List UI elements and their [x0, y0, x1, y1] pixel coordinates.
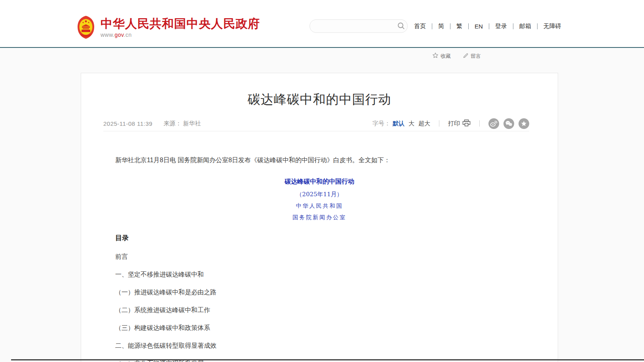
site-url: www.gov.cn	[101, 32, 260, 38]
search-input[interactable]	[316, 20, 395, 32]
font-size-xlarge-button[interactable]: 超大	[418, 120, 430, 127]
doc-title: 碳达峰碳中和的中国行动	[115, 177, 524, 186]
pencil-icon	[463, 53, 469, 60]
article-meta-right: 字号： 默认 大 超大 打印	[372, 118, 529, 129]
article-panel: 碳达峰碳中和的中国行动 2025-11-08 11:39 来源： 新华社 字号：…	[81, 73, 558, 362]
article-body: 新华社北京11月8日电 国务院新闻办公室8日发布《碳达峰碳中和的中国行动》白皮书…	[115, 131, 524, 362]
site-logo[interactable]: 中华人民共和国中央人民政府 www.gov.cn	[76, 15, 260, 40]
article-title: 碳达峰碳中和的中国行动	[89, 91, 550, 108]
toc-item: （三）构建碳达峰碳中和政策体系	[115, 324, 524, 332]
toc-list: 前言一、坚定不移推进碳达峰碳中和（一）推进碳达峰碳中和是必由之路（二）系统推进碳…	[115, 253, 524, 362]
toc-item: （一）推进碳达峰碳中和是必由之路	[115, 289, 524, 296]
wechat-icon[interactable]	[503, 118, 514, 129]
search-button[interactable]	[395, 21, 407, 32]
nav-link[interactable]: 繁	[444, 23, 462, 30]
quick-actions: 收藏 留言	[432, 52, 481, 60]
divider	[439, 120, 439, 127]
national-emblem-icon	[76, 15, 96, 40]
source-name: 新华社	[183, 120, 201, 127]
message-link[interactable]: 留言	[463, 53, 481, 60]
toc-item: 一、坚定不移推进碳达峰碳中和	[115, 271, 524, 278]
publish-date: 2025-11-08 11:39	[103, 120, 152, 127]
toc-heading: 目录	[115, 234, 524, 243]
article-meta-row: 2025-11-08 11:39 来源： 新华社 字号： 默认 大 超大 打印	[103, 116, 529, 131]
nav-link[interactable]: 邮箱	[507, 23, 531, 30]
print-button[interactable]: 打印	[448, 119, 471, 128]
doc-date: （2025年11月）	[115, 190, 524, 198]
star-share-icon[interactable]	[519, 118, 529, 129]
nav-link[interactable]: 简	[426, 23, 444, 30]
nav-link[interactable]: 无障碍	[531, 23, 561, 30]
nav-link[interactable]: EN	[462, 23, 483, 30]
doc-issuer-line2: 国务院新闻办公室	[115, 213, 524, 221]
source: 来源： 新华社	[163, 120, 201, 127]
viewport-bottom-line	[11, 359, 644, 360]
lead-paragraph: 新华社北京11月8日电 国务院新闻办公室8日发布《碳达峰碳中和的中国行动》白皮书…	[115, 156, 524, 164]
toc-item: 二、能源绿色低碳转型取得显著成效	[115, 342, 524, 349]
font-size-label: 字号：	[372, 120, 390, 127]
site-title: 中华人民共和国中央人民政府	[101, 17, 260, 30]
nav-link[interactable]: 登录	[483, 23, 507, 30]
printer-icon	[462, 119, 471, 128]
search-icon	[397, 22, 405, 31]
toc-item: （二）系统推进碳达峰碳中和工作	[115, 307, 524, 314]
message-label: 留言	[471, 53, 481, 60]
font-size-large-button[interactable]: 大	[408, 120, 414, 127]
nav-link[interactable]: 首页	[414, 23, 426, 30]
top-nav: 首页简繁EN登录邮箱无障碍	[414, 19, 561, 33]
toc-item: 前言	[115, 253, 524, 260]
weibo-icon[interactable]	[488, 118, 499, 129]
print-label: 打印	[448, 120, 460, 127]
font-size-default-button[interactable]: 默认	[393, 120, 405, 127]
divider	[479, 120, 480, 127]
header-divider-line	[0, 47, 644, 48]
star-outline-icon	[432, 52, 439, 60]
doc-issuer-line1: 中华人民共和国	[115, 202, 524, 210]
search-box	[310, 19, 408, 33]
site-header: 中华人民共和国中央人民政府 www.gov.cn 首页简繁EN登录邮箱无障碍	[0, 0, 644, 47]
share-group	[488, 118, 529, 129]
favorite-label: 收藏	[441, 53, 451, 60]
article-meta-left: 2025-11-08 11:39 来源： 新华社	[103, 120, 201, 127]
favorite-link[interactable]: 收藏	[432, 52, 451, 60]
